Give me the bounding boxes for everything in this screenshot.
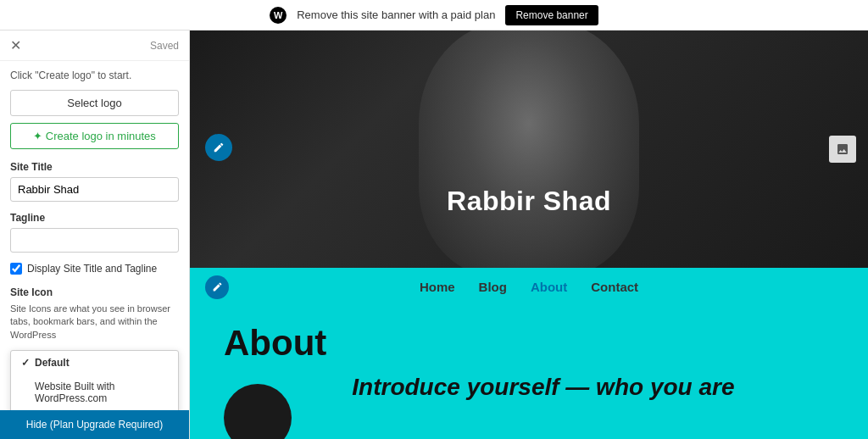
content-right: Introduce yourself — who you are xyxy=(352,323,734,439)
site-title-label: Site Title xyxy=(10,161,179,173)
tagline-label: Tagline xyxy=(10,212,179,224)
pencil-icon xyxy=(212,281,223,292)
avatar xyxy=(224,384,292,439)
hero-section: Rabbir Shad xyxy=(190,31,868,268)
tagline-input[interactable] xyxy=(10,228,179,253)
wp-logo-icon: W xyxy=(270,7,287,24)
check-icon: ✓ xyxy=(21,357,30,369)
hero-edit-button[interactable] xyxy=(205,134,232,161)
site-icon-dropdown: ✓ Default Website Built with WordPress.c… xyxy=(10,350,179,410)
saved-label: Saved xyxy=(150,40,179,52)
display-title-checkbox-row: Display Site Title and Tagline xyxy=(10,263,179,275)
page-title: About xyxy=(224,323,326,364)
nav-link-contact[interactable]: Contact xyxy=(591,280,638,294)
image-icon xyxy=(836,142,849,156)
site-icon-description: Site Icons are what you see in browser t… xyxy=(10,303,179,342)
display-title-label: Display Site Title and Tagline xyxy=(27,263,157,275)
content-section: About Introduce yourself — who you are xyxy=(190,306,868,439)
content-left: About xyxy=(224,323,326,439)
nav-link-about[interactable]: About xyxy=(531,280,567,294)
check-icon-empty xyxy=(21,386,30,398)
dropdown-item-website-built[interactable]: Website Built with WordPress.com xyxy=(11,375,178,410)
pencil-icon xyxy=(213,142,225,153)
create-logo-button[interactable]: ✦ Create logo in minutes xyxy=(10,123,179,149)
close-button[interactable]: ✕ xyxy=(10,37,21,53)
hero-image-button[interactable] xyxy=(829,136,856,163)
sidebar: ✕ Saved Click "Create logo" to start. Se… xyxy=(0,31,190,439)
dropdown-item-label: Default xyxy=(35,357,70,369)
sidebar-content: Click "Create logo" to start. Select log… xyxy=(0,61,189,410)
nav-section: Home Blog About Contact xyxy=(190,268,868,306)
top-banner: W Remove this site banner with a paid pl… xyxy=(0,0,868,31)
display-title-checkbox[interactable] xyxy=(10,263,22,275)
sidebar-header: ✕ Saved xyxy=(0,31,189,61)
select-logo-button[interactable]: Select logo xyxy=(10,90,179,116)
hero-face-image xyxy=(419,31,639,268)
site-title-input[interactable] xyxy=(10,177,179,202)
nav-link-blog[interactable]: Blog xyxy=(479,280,507,294)
site-icon-heading: Site Icon xyxy=(10,286,179,298)
remove-banner-button[interactable]: Remove banner xyxy=(505,5,598,25)
dropdown-item-default[interactable]: ✓ Default xyxy=(11,351,178,375)
hero-title: Rabbir Shad xyxy=(447,186,611,217)
hide-plan-button[interactable]: Hide (Plan Upgrade Required) xyxy=(0,410,189,439)
preview-area: Rabbir Shad Home Blog About Contact Abou… xyxy=(190,31,868,439)
nav-edit-button[interactable] xyxy=(205,275,229,299)
dropdown-item-label: Website Built with WordPress.com xyxy=(35,381,168,404)
intro-text: Introduce yourself — who you are xyxy=(352,374,734,401)
nav-link-home[interactable]: Home xyxy=(420,280,455,294)
sidebar-hint: Click "Create logo" to start. xyxy=(10,69,179,81)
banner-message: Remove this site banner with a paid plan xyxy=(297,8,495,21)
main-layout: ✕ Saved Click "Create logo" to start. Se… xyxy=(0,31,868,439)
